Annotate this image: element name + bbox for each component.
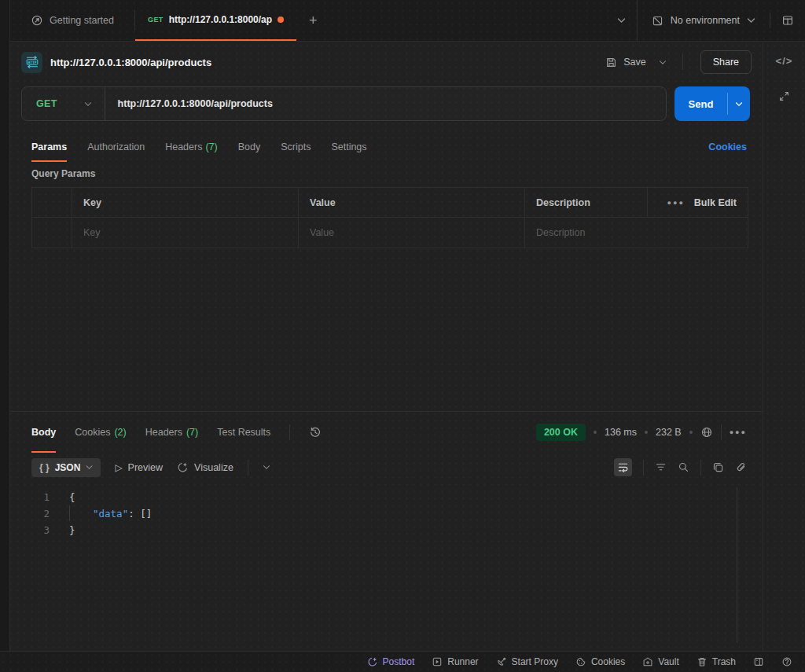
param-value-input[interactable]: Value	[298, 217, 524, 248]
code-line: 2 "data": []	[10, 505, 763, 522]
params-more-options-icon[interactable]: ●●●	[667, 199, 685, 207]
launchpad-icon	[31, 14, 43, 27]
panel-toggle-button[interactable]	[753, 656, 764, 667]
params-col-key: Key	[72, 188, 298, 217]
tab-settings[interactable]: Settings	[331, 132, 366, 162]
method-selector[interactable]: GET	[22, 98, 57, 109]
response-history-icon[interactable]	[309, 426, 322, 439]
tab-headers[interactable]: Headers(7)	[165, 132, 218, 162]
method-selector-chevron[interactable]	[57, 101, 105, 107]
cookies-button[interactable]: Cookies	[575, 656, 625, 667]
toolbar-divider	[643, 460, 644, 476]
url-input[interactable]: http://127.0.0.1:8000/api/products	[105, 98, 273, 109]
response-tab-body[interactable]: Body	[31, 412, 56, 453]
tab-request-active[interactable]: GET http://127.0.0.1:8000/ap	[135, 0, 296, 41]
response-tab-cookies[interactable]: Cookies(2)	[75, 412, 126, 453]
tab-body[interactable]: Body	[238, 132, 261, 162]
cookie-icon	[575, 656, 586, 667]
response-body-editor[interactable]: 1 { 2 "data": [] 3 }	[10, 483, 763, 652]
response-tab-test-results-label: Test Results	[217, 427, 270, 438]
copy-icon[interactable]	[712, 461, 724, 473]
trash-button[interactable]: Trash	[697, 656, 736, 667]
params-checkbox-column	[32, 188, 72, 217]
vault-label: Vault	[658, 656, 678, 667]
bulk-edit-button[interactable]: Bulk Edit	[694, 197, 737, 208]
response-tab-cookies-count: (2)	[114, 427, 126, 438]
query-params-heading: Query Params	[10, 162, 763, 187]
toolbar-divider	[700, 460, 701, 476]
save-button[interactable]: Save	[605, 57, 646, 68]
environment-quick-look-button[interactable]	[770, 0, 805, 41]
visualize-options-chevron-icon[interactable]	[263, 465, 270, 470]
share-button[interactable]: Share	[700, 50, 752, 74]
code-snippet-icon[interactable]: </>	[776, 55, 793, 67]
visualize-button[interactable]: Visualize	[177, 461, 233, 473]
meta-separator-dot	[594, 431, 597, 434]
request-tabs: Params Authorization Headers(7) Body Scr…	[10, 132, 763, 162]
send-options-button[interactable]	[728, 86, 750, 121]
response-size[interactable]: 232 B	[656, 427, 682, 438]
postbot-button[interactable]: Postbot	[367, 656, 415, 667]
response-tab-test-results[interactable]: Test Results	[217, 412, 270, 453]
tab-authorization[interactable]: Authorization	[87, 132, 145, 162]
tab-list-dropdown-button[interactable]	[606, 0, 637, 41]
response-time[interactable]: 136 ms	[605, 427, 637, 438]
request-title-row: HTTP http://127.0.0.1:8000/api/products …	[10, 42, 763, 82]
json-key: "data"	[93, 508, 128, 520]
response-format-dropdown[interactable]: { } JSON	[31, 458, 101, 477]
wrap-text-button[interactable]	[614, 458, 632, 476]
filter-icon[interactable]	[655, 461, 667, 473]
code-line: 1 {	[10, 489, 763, 505]
request-title: http://127.0.0.1:8000/api/products	[50, 57, 211, 68]
tab-params[interactable]: Params	[31, 132, 67, 162]
response-view-controls	[614, 458, 747, 476]
new-tab-button[interactable]: +	[296, 0, 330, 41]
status-bar: Postbot Runner Start Proxy Cookies Vault…	[0, 651, 805, 672]
environment-selector[interactable]: No environment	[638, 0, 770, 41]
cookies-button-label: Cookies	[591, 656, 625, 667]
response-tab-headers-count: (7)	[186, 427, 198, 438]
network-globe-icon[interactable]	[700, 426, 713, 439]
url-input-group: GET http://127.0.0.1:8000/api/products	[21, 86, 667, 121]
link-icon[interactable]	[735, 461, 747, 473]
preview-button[interactable]: ▷ Preview	[115, 462, 163, 473]
http-request-icon: HTTP	[21, 52, 42, 73]
meta-divider	[721, 424, 722, 440]
start-proxy-button[interactable]: Start Proxy	[496, 656, 558, 667]
response-tab-headers[interactable]: Headers(7)	[145, 412, 199, 453]
save-options-button[interactable]	[654, 60, 675, 65]
status-badge[interactable]: 200 OK	[536, 424, 586, 441]
chevron-down-icon	[747, 17, 755, 24]
tab-scripts[interactable]: Scripts	[281, 132, 311, 162]
response-more-options-icon[interactable]: ●●●	[730, 428, 747, 436]
vault-button[interactable]: Vault	[642, 656, 678, 667]
save-button-label: Save	[623, 57, 646, 68]
help-button[interactable]	[781, 656, 792, 667]
tab-headers-label: Headers	[165, 141, 202, 152]
editor-scrollbar-track[interactable]	[737, 487, 737, 644]
svg-text:HTTP: HTTP	[28, 61, 36, 64]
tab-getting-started[interactable]: Getting started	[10, 0, 134, 41]
chevron-down-icon	[84, 101, 92, 107]
param-description-input[interactable]: Description	[524, 217, 748, 248]
toolbar-divider	[682, 54, 683, 70]
response-tabs-divider	[289, 424, 290, 440]
search-icon[interactable]	[678, 461, 689, 473]
code-line: 3 }	[10, 522, 763, 538]
send-button[interactable]: Send	[675, 86, 727, 121]
param-key-input[interactable]: Key	[72, 217, 298, 248]
response-tab-cookies-label: Cookies	[75, 427, 110, 438]
environment-quick-look-icon	[781, 14, 794, 27]
tab-params-label: Params	[31, 141, 67, 152]
tab-request-title: http://127.0.0.1:8000/ap	[169, 14, 272, 25]
request-pane-empty-space	[10, 248, 763, 411]
right-sidebar-rail: </>	[763, 42, 805, 651]
left-sidebar-rail[interactable]	[0, 0, 10, 651]
cookies-link[interactable]: Cookies	[708, 141, 747, 152]
expand-panel-icon[interactable]	[778, 90, 790, 102]
runner-button[interactable]: Runner	[432, 656, 478, 667]
indent-guide	[69, 505, 93, 521]
params-header-actions: ●●● Bulk Edit	[647, 188, 748, 217]
param-row-checkbox-cell[interactable]	[32, 217, 72, 248]
response-toolbar: { } JSON ▷ Preview Visualize	[10, 453, 763, 483]
